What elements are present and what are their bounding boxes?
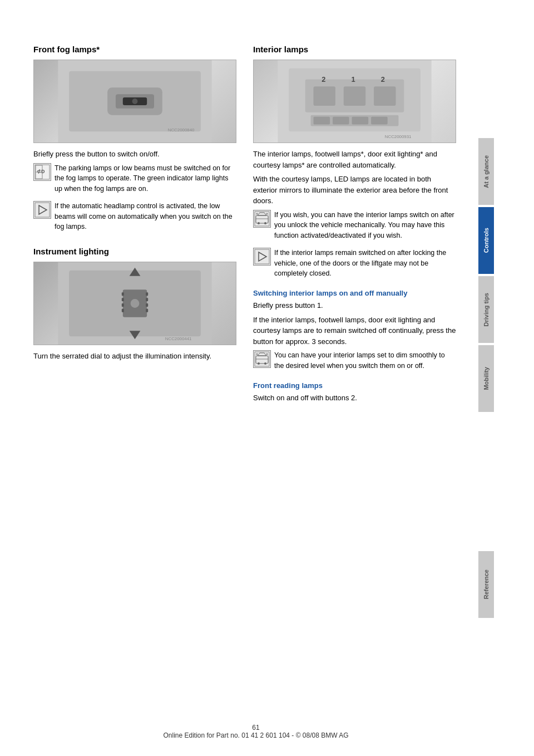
svg-point-59 <box>256 354 258 355</box>
car-icon-svg1 <box>254 211 270 227</box>
svg-point-26 <box>131 299 140 308</box>
reading-lamps-subheading: Front reading lamps <box>253 381 456 390</box>
sidebar-label-controls: Controls <box>483 228 490 253</box>
right-column: Interior lamps 2 1 2 <box>253 45 456 406</box>
svg-point-60 <box>266 354 268 355</box>
interior-note1-text: If you wish, you can have the interior l… <box>274 210 456 241</box>
sidebar-tab-reference[interactable]: Reference <box>478 551 494 618</box>
page-footer: 61 Online Edition for Part no. 01 41 2 6… <box>0 724 512 739</box>
svg-point-56 <box>258 362 260 365</box>
switching-note-text: You can have your interior lamps set to … <box>274 350 456 371</box>
fog-lamp-svg: NCC2000840 <box>34 60 236 143</box>
svg-rect-39 <box>333 117 349 125</box>
main-content: Front fog lamps* NCC2000840 Briefly pres… <box>0 0 478 756</box>
svg-point-50 <box>266 213 268 214</box>
svg-point-47 <box>264 222 266 224</box>
svg-text:⊄D: ⊄D <box>37 169 45 174</box>
instrument-description: Turn the serrated dial to adjust the ill… <box>33 351 236 362</box>
svg-rect-22 <box>146 292 148 296</box>
footer-text: Online Edition for Part no. 01 41 2 601 … <box>163 732 348 739</box>
svg-rect-54 <box>256 356 268 364</box>
svg-point-49 <box>256 213 258 214</box>
svg-marker-45 <box>258 213 266 215</box>
sidebar-label-at-a-glance: At a glance <box>483 155 490 188</box>
svg-rect-33 <box>374 86 395 106</box>
icon-svg: ⊄D <box>34 164 50 180</box>
svg-rect-31 <box>314 86 335 106</box>
left-column: Front fog lamps* NCC2000840 Briefly pres… <box>33 45 236 406</box>
svg-rect-24 <box>146 303 148 307</box>
switching-para1: Briefly press button 1. <box>253 300 456 311</box>
interior-note2-text: If the interior lamps remain switched on… <box>274 248 456 279</box>
auto-headlamp-icon <box>33 201 51 219</box>
car-icon-svg2 <box>254 351 270 367</box>
fog-lamp-note2-text: If the automatic headlamp control is act… <box>55 201 236 232</box>
interior-lamp-image: 2 1 2 NCC2000931 <box>253 60 456 143</box>
instrument-lighting-heading: Instrument lighting <box>33 247 236 256</box>
interior-para1: The interior lamps, footwell lamps*, doo… <box>253 149 456 170</box>
svg-text:2: 2 <box>322 75 325 84</box>
play-icon-svg2 <box>254 249 270 264</box>
svg-rect-40 <box>352 117 369 125</box>
interior-svg: 2 1 2 NCC2000931 <box>254 60 456 143</box>
sidebar-tab-driving-tips[interactable]: Driving tips <box>478 276 494 343</box>
fog-lamp-image: NCC2000840 <box>33 60 236 143</box>
svg-text:2: 2 <box>381 75 385 84</box>
page-container: Front fog lamps* NCC2000840 Briefly pres… <box>0 0 534 756</box>
page-number: 61 <box>252 724 259 732</box>
switching-para2: If the interior lamps, footwell lamps, d… <box>253 315 456 347</box>
svg-marker-12 <box>39 205 47 214</box>
svg-text:NCC2000931: NCC2000931 <box>385 134 412 139</box>
svg-marker-55 <box>258 353 266 356</box>
svg-marker-52 <box>259 252 266 261</box>
parking-lamp-icon: ⊄D <box>33 163 51 181</box>
sidebar-tab-controls[interactable]: Controls <box>478 207 494 274</box>
sidebar-label-driving-tips: Driving tips <box>483 293 490 327</box>
interior-play-icon <box>253 248 271 266</box>
fog-lamp-note2-row: If the automatic headlamp control is act… <box>33 201 236 235</box>
sidebar-tab-at-a-glance[interactable]: At a glance <box>478 138 494 205</box>
fog-lamp-description: Briefly press the button to switch on/of… <box>33 149 236 160</box>
sidebar-label-mobility: Mobility <box>483 367 490 390</box>
sidebar: At a glance Controls Driving tips Mobili… <box>478 0 501 756</box>
interior-car-icon1 <box>253 210 271 228</box>
svg-rect-38 <box>314 117 330 125</box>
switching-subheading: Switching interior lamps on and off manu… <box>253 289 456 297</box>
svg-text:1: 1 <box>352 75 355 84</box>
interior-para2: With the courtesy lamps, LED lamps are l… <box>253 174 456 207</box>
interior-note2-row: If the interior lamps remain switched on… <box>253 248 456 282</box>
two-column-layout: Front fog lamps* NCC2000840 Briefly pres… <box>33 45 456 406</box>
instrument-svg: NCC2000441 <box>34 262 236 345</box>
sidebar-label-reference: Reference <box>483 570 490 599</box>
switching-note-row: You can have your interior lamps set to … <box>253 350 456 375</box>
sidebar-tab-mobility[interactable]: Mobility <box>478 345 494 412</box>
reading-lamps-description: Switch on and off with buttons 2. <box>253 392 456 404</box>
fog-lamp-note1-text: The parking lamps or low beams must be s… <box>55 163 236 194</box>
svg-text:NCC2000441: NCC2000441 <box>165 336 192 341</box>
svg-rect-23 <box>146 298 148 301</box>
svg-point-46 <box>258 222 260 224</box>
svg-rect-21 <box>122 309 124 312</box>
switching-car-icon <box>253 350 271 368</box>
svg-rect-41 <box>371 117 388 125</box>
play-icon-svg <box>34 202 50 218</box>
svg-rect-18 <box>122 292 124 296</box>
svg-rect-19 <box>122 298 124 301</box>
fog-lamps-heading: Front fog lamps* <box>33 45 236 54</box>
svg-point-5 <box>132 99 138 104</box>
fog-lamp-note1-row: ⊄D The parking lamps or low beams must b… <box>33 163 236 198</box>
interior-lamps-heading: Interior lamps <box>253 45 456 54</box>
svg-point-57 <box>264 362 266 365</box>
svg-rect-44 <box>256 215 268 223</box>
svg-rect-25 <box>146 309 148 312</box>
instrument-image: NCC2000441 <box>33 262 236 345</box>
svg-text:NCC2000840: NCC2000840 <box>168 127 195 132</box>
svg-rect-32 <box>344 86 365 106</box>
interior-note1-row: If you wish, you can have the interior l… <box>253 210 456 244</box>
svg-rect-20 <box>122 303 124 307</box>
